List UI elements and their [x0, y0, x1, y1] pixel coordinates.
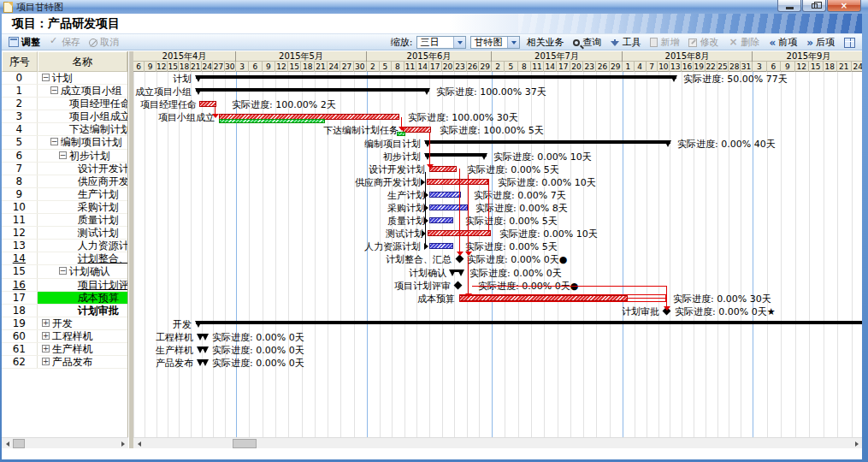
table-row[interactable]: 3项目小组成立 — [2, 110, 127, 123]
expand-icon[interactable]: + — [42, 332, 50, 340]
minimize-button[interactable] — [777, 0, 801, 12]
chart-h-scrollbar[interactable] — [133, 437, 862, 448]
task-bar[interactable] — [427, 179, 488, 185]
task-name-cell: 项目经理任命 — [38, 98, 127, 110]
expand-icon[interactable]: + — [42, 319, 50, 327]
related-business-button[interactable]: 相关业务 — [523, 35, 567, 50]
milestone-diamond[interactable] — [456, 255, 464, 264]
task-name: 计划确认 — [69, 265, 110, 277]
summary-bar[interactable] — [196, 88, 429, 92]
gantt-row: 成本预算实际进度: 0.00% 30天 — [133, 292, 862, 305]
summary-bar[interactable] — [196, 321, 862, 324]
dependency-connector — [468, 257, 469, 293]
column-header-name[interactable]: 名称 — [38, 51, 127, 72]
summary-bar[interactable] — [196, 75, 676, 79]
dependency-connector — [666, 286, 667, 306]
table-row[interactable]: 1−成立项目小组 — [2, 85, 127, 98]
table-row[interactable]: 0−计划 — [2, 72, 127, 85]
task-bar[interactable] — [429, 217, 453, 223]
adjust-button[interactable]: 调整 — [5, 35, 44, 50]
gantt-task-label: 编制项目计划 — [133, 138, 421, 151]
task-bar[interactable] — [429, 192, 461, 198]
task-number: 8 — [2, 175, 38, 187]
table-row[interactable]: 17成本预算 — [2, 292, 127, 305]
table-row[interactable]: 62+产品发布 — [2, 356, 127, 369]
table-row[interactable]: 14计划整合、汇总 — [2, 252, 127, 265]
task-bar[interactable] — [429, 204, 468, 210]
table-row[interactable]: 12测试计划 — [2, 227, 127, 240]
scroll-right-icon[interactable] — [118, 439, 127, 448]
milestone-diamond[interactable] — [454, 281, 463, 289]
collapse-icon[interactable]: − — [50, 138, 58, 145]
tools-button[interactable]: 工具 — [607, 35, 644, 50]
table-row[interactable]: 5−编制项目计划 — [2, 136, 127, 149]
table-row[interactable]: 7设计开发计划 — [2, 163, 127, 175]
chevron-down-icon[interactable] — [453, 37, 465, 48]
scroll-left-icon[interactable] — [3, 439, 12, 448]
gantt-chart-body: 计划实际进度: 50.00% 77天成立项目小组实际进度: 100.00% 37… — [133, 72, 862, 437]
connector-arrow-icon — [465, 252, 472, 256]
close-button[interactable]: × — [827, 0, 861, 12]
collapse-icon[interactable]: − — [59, 267, 67, 275]
zoom-select[interactable]: 三日 — [416, 36, 466, 49]
edit-button[interactable]: 修改 — [685, 35, 722, 50]
summary-bar[interactable] — [425, 140, 670, 144]
column-header-no[interactable]: 序号 — [2, 51, 38, 72]
add-button[interactable]: 新增 — [647, 35, 682, 50]
table-row[interactable]: 6−初步计划 — [2, 150, 127, 163]
task-name: 计划整合、汇总 — [78, 252, 127, 264]
grid-view-button[interactable] — [841, 37, 859, 49]
table-row[interactable]: 18计划审批 — [2, 305, 127, 317]
expand-icon[interactable]: + — [42, 358, 50, 365]
scroll-thumb[interactable] — [233, 439, 257, 448]
delete-button[interactable]: 删除 — [724, 35, 763, 50]
table-row[interactable]: 8供应商开发计划 — [2, 175, 127, 188]
scroll-left-icon[interactable] — [134, 439, 144, 448]
timeline-tick: 3 — [236, 62, 249, 72]
dependency-connector — [429, 132, 430, 164]
task-number: 9 — [2, 188, 38, 200]
scroll-right-icon[interactable] — [852, 439, 861, 448]
task-bar[interactable] — [429, 243, 453, 249]
expand-icon[interactable]: + — [42, 345, 50, 352]
next-item-button[interactable]: » 后项 — [803, 35, 838, 50]
table-row[interactable]: 15−计划确认 — [2, 265, 127, 278]
task-bar[interactable] — [403, 127, 431, 133]
chevron-down-icon[interactable] — [507, 37, 519, 48]
gantt-task-label: 项目小组成立 — [133, 111, 215, 124]
prev-item-button[interactable]: « 前项 — [765, 35, 800, 50]
task-name-cell: −计划确认 — [38, 265, 127, 277]
table-row[interactable]: 11质量计划 — [2, 214, 127, 227]
page-header: 项目：产品研发项目 — [2, 14, 862, 34]
table-row[interactable]: 60+工程样机 — [2, 330, 127, 343]
table-h-scrollbar[interactable] — [2, 437, 128, 448]
task-name-cell: 质量计划 — [38, 214, 127, 226]
table-row[interactable]: 19+开发 — [2, 317, 127, 330]
collapse-icon[interactable]: − — [50, 86, 58, 94]
timeline-tick: 8 — [518, 62, 531, 72]
summary-bar[interactable] — [425, 153, 487, 157]
scroll-thumb[interactable] — [13, 439, 25, 448]
table-row[interactable]: 16项目计划评审 — [2, 279, 127, 292]
collapse-icon[interactable]: − — [59, 151, 67, 159]
timeline-tick: 23 — [583, 62, 596, 72]
gantt-row: 采购计划实际进度: 0.00% 8天 — [133, 201, 862, 214]
table-row[interactable]: 4下达编制计划任务 — [2, 123, 127, 136]
gantt-task-label: 计划 — [133, 73, 192, 86]
task-name-cell: 生产计划 — [38, 188, 127, 200]
task-bar[interactable] — [199, 101, 216, 107]
table-row[interactable]: 10采购计划 — [2, 201, 127, 214]
task-bar[interactable] — [459, 295, 628, 301]
save-button[interactable]: 保存 — [45, 35, 84, 50]
table-row[interactable]: 2项目经理任命 — [2, 98, 127, 110]
table-row[interactable]: 9生产计划 — [2, 188, 127, 201]
restore-icon — [812, 3, 818, 9]
collapse-icon[interactable]: − — [42, 74, 50, 81]
table-row[interactable]: 61+生产样机 — [2, 343, 127, 356]
restore-button[interactable] — [802, 0, 826, 12]
table-row[interactable]: 13人力资源计划 — [2, 240, 127, 252]
timeline-tick: 12 — [275, 62, 288, 72]
view-select[interactable]: 甘特图 — [470, 36, 520, 49]
search-button[interactable]: 查询 — [570, 35, 605, 50]
cancel-button[interactable]: 取消 — [86, 35, 122, 50]
